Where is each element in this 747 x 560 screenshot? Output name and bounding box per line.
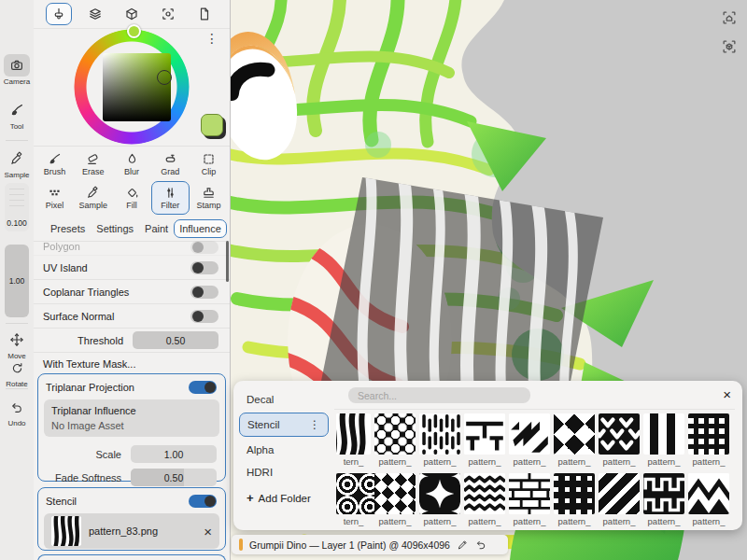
status-undo-button[interactable] bbox=[475, 539, 487, 551]
scale-field[interactable]: 1.00 bbox=[131, 445, 217, 463]
threshold-field[interactable]: 0.50 bbox=[133, 331, 218, 349]
sample-button[interactable] bbox=[4, 147, 30, 170]
saturation-value-square[interactable] bbox=[103, 53, 171, 121]
color-menu-kebab-icon[interactable]: ⋮ bbox=[205, 32, 218, 45]
stencil-remove-button[interactable]: × bbox=[204, 525, 212, 539]
pattern-thumbnail[interactable]: tern_ bbox=[336, 413, 371, 467]
roller-icon bbox=[163, 152, 177, 166]
tool-mode-button[interactable] bbox=[4, 99, 30, 121]
layers-tab[interactable] bbox=[82, 3, 108, 25]
category-stencil[interactable]: Stencil ⋮ bbox=[239, 413, 329, 437]
tool-blur[interactable]: Blur bbox=[112, 147, 150, 181]
divider bbox=[34, 146, 230, 147]
surface-normal-toggle[interactable] bbox=[190, 310, 218, 323]
current-color-swatch[interactable] bbox=[201, 114, 223, 136]
triplanar-influence-label: Triplanar Influence bbox=[51, 405, 212, 416]
fade-softness-field[interactable]: 0.50 bbox=[131, 469, 217, 486]
tab-settings[interactable]: Settings bbox=[91, 219, 139, 238]
search-input[interactable] bbox=[348, 387, 530, 403]
tool-label: Filter bbox=[161, 201, 179, 210]
pattern-thumbnail[interactable]: pattern_ bbox=[599, 413, 640, 467]
category-hdri[interactable]: HDRI bbox=[233, 461, 334, 483]
hue-selector[interactable] bbox=[127, 24, 141, 38]
threshold-value: 0.50 bbox=[166, 335, 185, 346]
rail-divider bbox=[6, 388, 28, 389]
tool-grad[interactable]: Grad bbox=[151, 147, 190, 181]
pattern-thumbnail[interactable]: pattern_ bbox=[374, 473, 416, 526]
add-folder-button[interactable]: + Add Folder bbox=[233, 483, 334, 512]
tab-paint[interactable]: Paint bbox=[139, 219, 174, 238]
pattern-thumbnail[interactable]: pattern_ bbox=[509, 473, 550, 526]
undo-label: Undo bbox=[7, 419, 25, 427]
tool-erase[interactable]: Erase bbox=[74, 147, 112, 181]
camera-mode-button[interactable] bbox=[4, 54, 30, 77]
paint-tool-tab[interactable] bbox=[46, 3, 72, 25]
stencil-file-row[interactable]: pattern_83.png × bbox=[44, 513, 219, 549]
tool-fill[interactable]: Fill bbox=[112, 181, 150, 215]
tool-brush[interactable]: Brush bbox=[35, 147, 74, 181]
model-tab[interactable] bbox=[119, 3, 145, 25]
setting-label: Coplanar Triangles bbox=[43, 287, 129, 298]
triplanar-toggle[interactable] bbox=[189, 381, 217, 394]
tool-filter[interactable]: Filter bbox=[151, 181, 190, 215]
brush-opacity-slider[interactable]: 1.00 bbox=[5, 245, 29, 317]
cube-icon bbox=[124, 7, 139, 21]
tool-clip[interactable]: Clip bbox=[190, 147, 228, 181]
pattern-thumbnail[interactable]: pattern_ bbox=[643, 413, 684, 467]
pattern-thumbnail[interactable]: pattern_ bbox=[374, 413, 416, 467]
pattern-thumbnail[interactable]: pattern_ bbox=[688, 413, 729, 467]
frame-model-button[interactable] bbox=[719, 36, 740, 57]
brush-size-slider[interactable]: 0.100 bbox=[5, 183, 29, 231]
triplanar-asset-well[interactable]: Triplanar Influence No Image Asset bbox=[44, 399, 219, 437]
eraser-icon bbox=[86, 152, 100, 166]
pattern-thumbnail[interactable]: pattern_ bbox=[464, 413, 505, 467]
category-menu-kebab-icon[interactable]: ⋮ bbox=[309, 418, 320, 431]
layer-color-marker bbox=[239, 539, 243, 551]
frame-home-button[interactable] bbox=[719, 7, 740, 28]
rotate-button[interactable] bbox=[4, 357, 30, 379]
tab-influence[interactable]: Influence bbox=[174, 219, 227, 238]
pattern-thumbnail[interactable]: pattern_ bbox=[599, 473, 640, 526]
pattern-thumbnail[interactable]: pattern_ bbox=[419, 473, 460, 526]
left-toolbar: Camera Tool Sample 0.100 1.00 Move bbox=[0, 0, 35, 560]
edit-layer-button[interactable] bbox=[457, 539, 469, 551]
cube-frame-icon bbox=[721, 38, 738, 55]
category-alpha[interactable]: Alpha bbox=[233, 439, 334, 461]
tool-stamp[interactable]: Stamp bbox=[190, 181, 228, 215]
pattern-thumbnail[interactable]: pattern_ bbox=[554, 473, 595, 526]
panel-scrollbar[interactable] bbox=[226, 241, 229, 282]
texture-mask-section-label: With Texture Mask... bbox=[43, 358, 135, 370]
category-decal[interactable]: Decal bbox=[233, 388, 334, 411]
stencil-toggle[interactable] bbox=[189, 495, 217, 508]
polygon-toggle[interactable] bbox=[190, 241, 218, 254]
stencil-thumbnail bbox=[51, 516, 81, 546]
close-assets-button[interactable]: × bbox=[723, 386, 731, 402]
brush-opacity-value: 1.00 bbox=[9, 276, 25, 286]
divider bbox=[334, 409, 735, 410]
tool-pixel[interactable]: Pixel bbox=[35, 181, 74, 215]
setting-label: Polygon bbox=[43, 241, 80, 252]
document-tab[interactable] bbox=[191, 3, 218, 25]
pattern-thumbnail[interactable]: pattern_ bbox=[643, 473, 684, 526]
undo-button[interactable] bbox=[4, 396, 30, 418]
brush-icon bbox=[48, 152, 62, 166]
pattern-thumbnail[interactable]: pattern_ bbox=[688, 473, 729, 526]
capture-tab[interactable] bbox=[155, 3, 181, 25]
undo-icon bbox=[475, 539, 487, 551]
coplanar-toggle[interactable] bbox=[190, 286, 218, 299]
paint-tool-icon bbox=[51, 7, 66, 21]
pattern-thumbnail[interactable]: pattern_ bbox=[464, 473, 505, 526]
rotate-icon bbox=[10, 361, 24, 375]
category-label: Stencil bbox=[247, 419, 280, 430]
tab-presets[interactable]: Presets bbox=[45, 219, 91, 238]
pattern-thumbnail[interactable]: pattern_ bbox=[554, 413, 595, 467]
pattern-thumbnail[interactable]: pattern_ bbox=[509, 413, 550, 467]
rotate-label: Rotate bbox=[6, 380, 28, 388]
uv-island-toggle[interactable] bbox=[190, 261, 218, 274]
home-frame-icon bbox=[721, 9, 738, 26]
sv-selector[interactable] bbox=[157, 70, 172, 85]
tool-sample[interactable]: Sample bbox=[74, 181, 112, 215]
pattern-thumbnail[interactable]: tern_ bbox=[336, 473, 371, 526]
move-button[interactable] bbox=[4, 329, 30, 351]
pattern-thumbnail[interactable]: pattern_ bbox=[419, 413, 460, 467]
